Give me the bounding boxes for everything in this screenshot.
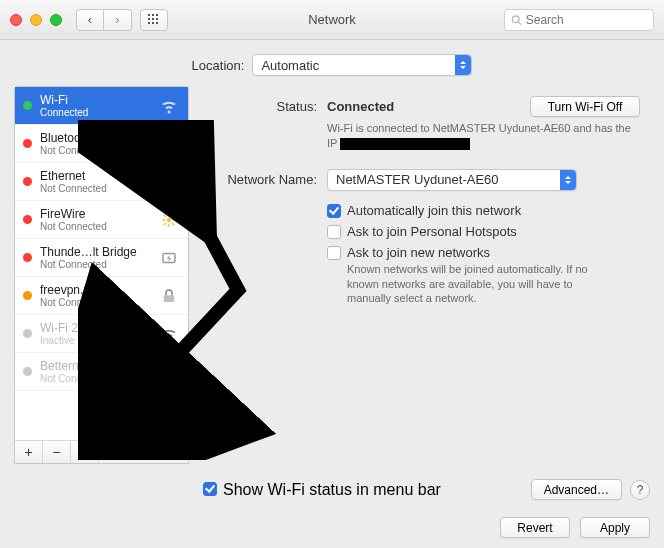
service-status: Not Connected — [40, 145, 150, 156]
help-button[interactable]: ? — [630, 480, 650, 500]
bluetooth-icon — [158, 135, 180, 153]
service-row-betternet-vpn[interactable]: Betternet VPNNot Connected — [15, 353, 188, 391]
detail-pane: Status: Connected Turn Wi-Fi Off Wi-Fi i… — [203, 86, 650, 464]
service-name: freevpn.pw — [40, 283, 150, 297]
svg-rect-7 — [152, 22, 154, 24]
checkbox-icon — [203, 482, 217, 496]
svg-line-10 — [518, 22, 521, 25]
service-sidebar: Wi-FiConnectedBluetooth PANNot Connected… — [14, 86, 189, 464]
service-row-wi-fi[interactable]: Wi-FiConnected — [15, 87, 188, 125]
nav-segment: ‹ › — [76, 9, 132, 31]
service-actions-button[interactable]: ⚙︎▾ — [71, 441, 99, 463]
status-dot — [23, 215, 32, 224]
svg-rect-2 — [156, 14, 158, 16]
chevron-down-icon: ▾ — [88, 448, 92, 457]
vpn-icon — [158, 287, 180, 305]
svg-rect-8 — [156, 22, 158, 24]
status-value: Connected — [327, 99, 394, 114]
forward-button[interactable]: › — [104, 9, 132, 31]
firewire-icon — [158, 211, 180, 229]
network-name-select[interactable]: NetMASTER Uydunet-AE60 — [327, 169, 577, 191]
checkbox-icon — [327, 204, 341, 218]
location-label: Location: — [192, 58, 245, 73]
network-name-value: NetMASTER Uydunet-AE60 — [336, 172, 499, 187]
minimize-button[interactable] — [30, 14, 42, 26]
wifi-icon — [158, 325, 180, 343]
service-row-wi-fi-2[interactable]: Wi-Fi 2Inactive — [15, 315, 188, 353]
location-value: Automatic — [261, 58, 319, 73]
menubar-status-checkbox[interactable]: Show Wi-Fi status in menu bar — [203, 481, 441, 499]
revert-button[interactable]: Revert — [500, 517, 570, 538]
titlebar: ‹ › Network — [0, 0, 664, 40]
advanced-button[interactable]: Advanced… — [531, 479, 622, 500]
service-name: Wi-Fi 2 — [40, 321, 150, 335]
location-row: Location: Automatic — [0, 40, 664, 86]
svg-point-12 — [167, 217, 172, 222]
service-name: Ethernet — [40, 169, 150, 183]
status-dot — [23, 367, 32, 376]
service-row-ethernet[interactable]: EthernetNot Connected — [15, 163, 188, 201]
service-status: Not Connected — [40, 297, 150, 308]
svg-line-17 — [164, 214, 166, 216]
service-status: Inactive — [40, 335, 150, 346]
svg-point-9 — [512, 15, 519, 22]
new-networks-label: Ask to join new networks — [347, 245, 607, 260]
status-dot — [23, 329, 32, 338]
svg-rect-6 — [148, 22, 150, 24]
hotspot-label: Ask to join Personal Hotspots — [347, 224, 517, 239]
svg-rect-1 — [152, 14, 154, 16]
service-name: Bluetooth PAN — [40, 131, 150, 145]
status-dot — [23, 253, 32, 262]
network-name-label: Network Name: — [207, 169, 327, 187]
remove-service-button[interactable]: − — [43, 441, 71, 463]
service-status: Not Connected — [40, 183, 150, 194]
new-networks-sub: Known networks will be joined automatica… — [347, 262, 607, 307]
status-dot — [23, 291, 32, 300]
wifi-toggle-button[interactable]: Turn Wi-Fi Off — [530, 96, 640, 117]
stepper-icon — [560, 170, 576, 190]
apply-button[interactable]: Apply — [580, 517, 650, 538]
close-button[interactable] — [10, 14, 22, 26]
final-buttons: Revert Apply — [500, 517, 650, 538]
menubar-status-label: Show Wi-Fi status in menu bar — [223, 481, 441, 499]
sidebar-footer: + − ⚙︎▾ — [15, 440, 188, 463]
bottom-bar: Show Wi-Fi status in menu bar Advanced… … — [14, 479, 650, 500]
back-button[interactable]: ‹ — [76, 9, 104, 31]
auto-join-label: Automatically join this network — [347, 203, 521, 218]
svg-rect-3 — [148, 18, 150, 20]
service-row-firewire[interactable]: FireWireNot Connected — [15, 201, 188, 239]
show-all-button[interactable] — [140, 9, 168, 31]
svg-rect-5 — [156, 18, 158, 20]
status-subtext: Wi-Fi is connected to NetMASTER Uydunet-… — [327, 121, 640, 151]
service-row-thunde-lt-bridge[interactable]: Thunde…lt BridgeNot Connected — [15, 239, 188, 277]
svg-rect-22 — [164, 295, 175, 302]
vpn-icon — [158, 363, 180, 381]
location-select[interactable]: Automatic — [252, 54, 472, 76]
hotspot-checkbox[interactable]: Ask to join Personal Hotspots — [327, 224, 640, 239]
search-field[interactable] — [504, 9, 654, 31]
status-label: Status: — [207, 96, 327, 114]
new-networks-checkbox[interactable]: Ask to join new networks Known networks … — [327, 245, 640, 307]
service-name: Wi-Fi — [40, 93, 150, 107]
service-status: Not Connected — [40, 259, 150, 270]
auto-join-checkbox[interactable]: Automatically join this network — [327, 203, 640, 218]
svg-rect-23 — [164, 371, 175, 378]
svg-line-18 — [172, 223, 174, 225]
search-icon — [511, 14, 522, 26]
wifi-icon — [158, 97, 180, 115]
service-list: Wi-FiConnectedBluetooth PANNot Connected… — [15, 87, 188, 440]
status-dot — [23, 139, 32, 148]
service-row-freevpn-pw[interactable]: freevpn.pwNot Connected — [15, 277, 188, 315]
service-row-bluetooth-pan[interactable]: Bluetooth PANNot Connected — [15, 125, 188, 163]
checkbox-icon — [327, 225, 341, 239]
zoom-button[interactable] — [50, 14, 62, 26]
gear-icon: ⚙︎ — [77, 446, 87, 459]
svg-line-19 — [164, 223, 166, 225]
service-name: FireWire — [40, 207, 150, 221]
search-input[interactable] — [526, 13, 647, 27]
service-name: Thunde…lt Bridge — [40, 245, 150, 259]
ethernet-icon — [158, 173, 180, 191]
add-service-button[interactable]: + — [15, 441, 43, 463]
service-status: Not Connected — [40, 221, 150, 232]
svg-line-20 — [172, 214, 174, 216]
